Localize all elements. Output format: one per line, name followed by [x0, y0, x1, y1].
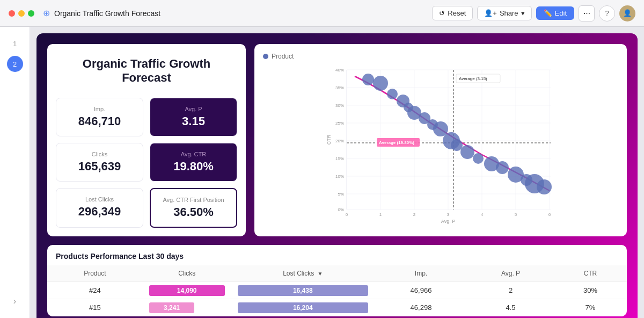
- dashboard-panel: Organic Traffic Growth Forecast Imp. 846…: [36, 33, 638, 318]
- cell-lost-1: 16,438: [231, 282, 375, 299]
- chevron-right-icon: ›: [13, 297, 16, 306]
- lost-bar-1: 16,438: [238, 285, 368, 296]
- main-layout: 1 2 › Organic Traffic Growth Forecast: [0, 27, 644, 318]
- svg-text:1: 1: [379, 212, 382, 217]
- clicks-bar-1: 14,090: [149, 285, 225, 296]
- reset-button[interactable]: ↺ Reset: [432, 6, 473, 20]
- svg-text:2: 2: [413, 212, 416, 217]
- cell-product-1: #24: [47, 282, 143, 299]
- svg-text:6: 6: [548, 212, 551, 217]
- metric-ctrfirst-label: Avg. CTR First Position: [159, 197, 228, 203]
- svg-point-42: [387, 89, 398, 99]
- maximize-button[interactable]: [28, 10, 34, 17]
- metric-imp-label: Imp.: [65, 106, 134, 112]
- reset-icon: ↺: [439, 9, 445, 17]
- cell-ctr-1: 30%: [554, 282, 627, 299]
- app-icon: ⊕: [43, 8, 50, 18]
- metrics-panel: Organic Traffic Growth Forecast Imp. 846…: [47, 44, 246, 236]
- metric-impressions: Imp. 846,710: [56, 98, 143, 136]
- traffic-lights: [9, 10, 34, 17]
- edit-button[interactable]: ✏️ Edit: [536, 6, 574, 20]
- metric-avgctr-label: Avg. CTR: [159, 151, 228, 157]
- performance-table: Product Clicks Lost Clicks ▼ Imp. Avg. P…: [47, 265, 627, 316]
- table-row: #24 14,090 16,438 46,966 2 30%: [47, 282, 627, 299]
- svg-point-58: [537, 179, 552, 194]
- table-header-row: Products Performance Last 30 days: [47, 245, 627, 265]
- svg-text:30%: 30%: [335, 103, 344, 108]
- svg-text:Average (19.80%): Average (19.80%): [379, 140, 414, 145]
- close-button[interactable]: [9, 10, 15, 17]
- svg-text:CTR: CTR: [326, 134, 332, 144]
- legend-label: Product: [272, 53, 294, 60]
- cell-clicks-1: 14,090: [143, 282, 231, 299]
- chart-area: CTR 40% 35% 30% 25% 20%: [263, 64, 618, 215]
- metrics-grid: Imp. 846,710 Avg. P 3.15 Clicks 165,639: [56, 98, 237, 228]
- chevron-down-icon: ▾: [521, 9, 525, 17]
- svg-point-51: [460, 145, 474, 159]
- metrics-panel-title: Organic Traffic Growth Forecast: [56, 53, 237, 89]
- metric-clicks-label: Clicks: [65, 151, 134, 157]
- cell-lost-2: 16,204: [231, 299, 375, 316]
- svg-point-50: [451, 139, 463, 151]
- table-section: Products Performance Last 30 days Produc…: [47, 245, 627, 316]
- svg-text:0%: 0%: [338, 207, 344, 212]
- cell-imp-2: 46,298: [375, 299, 467, 316]
- svg-text:Average (3.15): Average (3.15): [459, 76, 487, 81]
- share-icon: 👤+: [484, 9, 497, 17]
- table-head: Product Clicks Lost Clicks ▼ Imp. Avg. P…: [47, 265, 627, 282]
- svg-text:Avg. P: Avg. P: [441, 219, 455, 224]
- svg-point-41: [373, 76, 388, 91]
- svg-text:0: 0: [346, 212, 348, 217]
- clicks-bar-2: 3,241: [149, 302, 195, 313]
- svg-point-54: [496, 161, 509, 174]
- sidebar-item-2[interactable]: 2: [7, 56, 23, 72]
- svg-text:40%: 40%: [335, 68, 344, 73]
- titlebar: ⊕ Organic Traffic Growth Forecast ↺ Rese…: [0, 0, 644, 27]
- col-product[interactable]: Product: [47, 265, 143, 282]
- col-avg-p[interactable]: Avg. P: [467, 265, 554, 282]
- table-row: #15 3,241 16,204 46,298 4.5 7%: [47, 299, 627, 316]
- metric-avgp-value: 3.15: [159, 114, 228, 128]
- svg-point-52: [473, 153, 484, 164]
- legend-dot: [263, 54, 268, 59]
- edit-icon: ✏️: [544, 9, 552, 17]
- svg-text:35%: 35%: [335, 85, 344, 90]
- metric-ctr-first: Avg. CTR First Position 36.50%: [150, 188, 237, 228]
- col-clicks[interactable]: Clicks: [143, 265, 231, 282]
- help-button[interactable]: ?: [599, 5, 615, 21]
- share-button[interactable]: 👤+ Share ▾: [477, 6, 531, 20]
- minimize-button[interactable]: [18, 10, 25, 17]
- svg-text:15%: 15%: [335, 156, 344, 161]
- col-lost-clicks[interactable]: Lost Clicks ▼: [231, 265, 375, 282]
- header-actions: ↺ Reset 👤+ Share ▾ ✏️ Edit ⋯ ? 👤: [432, 5, 635, 21]
- chart-legend: Product: [263, 53, 618, 60]
- metric-avg-ctr: Avg. CTR 19.80%: [150, 143, 237, 182]
- svg-text:5: 5: [515, 212, 517, 217]
- svg-text:25%: 25%: [335, 121, 344, 126]
- page-title: Organic Traffic Growth Forecast: [54, 9, 432, 18]
- col-ctr[interactable]: CTR: [554, 265, 627, 282]
- avatar[interactable]: 👤: [619, 5, 635, 21]
- sidebar-item-1[interactable]: 1: [7, 35, 23, 52]
- more-options-button[interactable]: ⋯: [579, 5, 595, 21]
- cell-avgp-1: 2: [467, 282, 554, 299]
- scatter-chart: CTR 40% 35% 30% 25% 20%: [263, 64, 618, 215]
- metric-clicks-value: 165,639: [65, 160, 134, 174]
- chart-panel: Product CTR 40% 35%: [254, 44, 627, 236]
- metric-clicks: Clicks 165,639: [56, 143, 143, 182]
- svg-text:4: 4: [481, 212, 484, 217]
- metric-lost-value: 296,349: [65, 205, 134, 219]
- top-section: Organic Traffic Growth Forecast Imp. 846…: [47, 44, 627, 236]
- svg-text:3: 3: [447, 212, 450, 217]
- cell-imp-1: 46,966: [375, 282, 467, 299]
- cell-product-2: #15: [47, 299, 143, 316]
- metric-lost-label: Lost Clicks: [65, 196, 134, 203]
- ellipsis-icon: ⋯: [583, 9, 590, 17]
- sidebar: 1 2 ›: [0, 27, 30, 318]
- metric-ctrfirst-value: 36.50%: [159, 205, 228, 219]
- metric-imp-value: 846,710: [65, 114, 134, 128]
- metric-avg-position: Avg. P 3.15: [150, 98, 237, 136]
- cell-avgp-2: 4.5: [467, 299, 554, 316]
- col-imp[interactable]: Imp.: [375, 265, 467, 282]
- sidebar-expand-button[interactable]: ›: [7, 293, 23, 309]
